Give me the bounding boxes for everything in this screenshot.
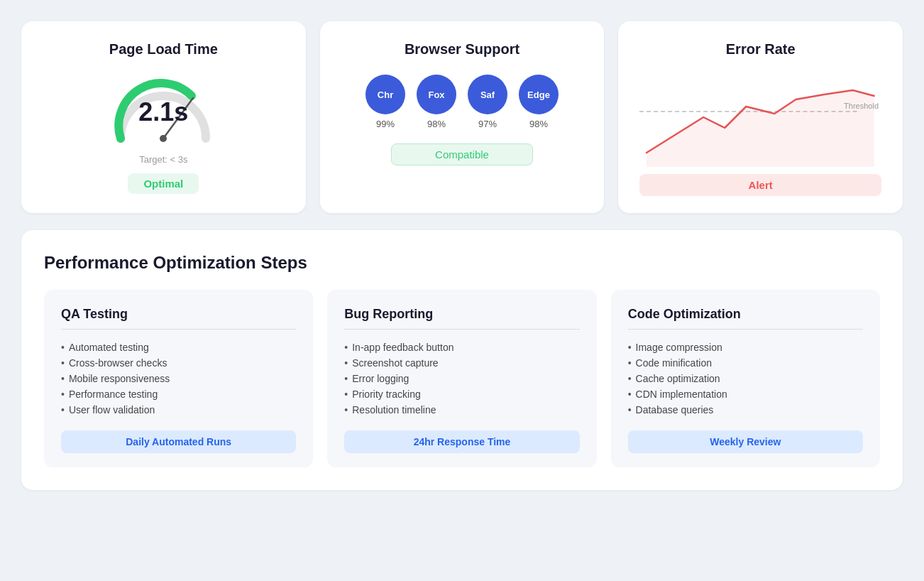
qa-testing-title: QA Testing xyxy=(61,307,296,322)
performance-cards: QA Testing Automated testing Cross-brows… xyxy=(44,290,880,467)
chrome-pct: 99% xyxy=(376,119,395,129)
qa-list: Automated testing Cross-browser checks M… xyxy=(61,340,296,418)
browser-item-safari: Saf 97% xyxy=(468,75,507,129)
firefox-pct: 98% xyxy=(427,119,446,129)
performance-section: Performance Optimization Steps QA Testin… xyxy=(21,230,903,490)
bug-list: In-app feedback button Screenshot captur… xyxy=(344,340,579,418)
alert-badge: Alert xyxy=(639,174,881,196)
code-optimization-title: Code Optimization xyxy=(628,307,863,322)
error-rate-title: Error Rate xyxy=(639,41,881,58)
list-item: Screenshot capture xyxy=(344,355,579,371)
page-load-title: Page Load Time xyxy=(43,41,285,58)
list-item: Image compression xyxy=(628,340,863,355)
browser-support-title: Browser Support xyxy=(341,41,583,58)
error-chart-wrap: Threshold xyxy=(639,75,881,167)
compatible-badge: Compatible xyxy=(391,143,533,165)
top-cards-row: Page Load Time 2.1s Target: < 3s Optimal… xyxy=(21,21,903,213)
qa-testing-card: QA Testing Automated testing Cross-brows… xyxy=(44,290,313,467)
gauge-target: Target: < 3s xyxy=(139,154,187,165)
browser-icons: Chr 99% Fox 98% Saf 97% Edge 98% xyxy=(341,75,583,129)
safari-pct: 97% xyxy=(478,119,497,129)
list-item: Cross-browser checks xyxy=(61,355,296,371)
list-item: Performance testing xyxy=(61,386,296,402)
list-item: Automated testing xyxy=(61,340,296,355)
svg-point-1 xyxy=(160,135,167,142)
threshold-label: Threshold xyxy=(844,102,879,110)
list-item: Error logging xyxy=(344,371,579,386)
code-list: Image compression Code minification Cach… xyxy=(628,340,863,418)
safari-circle: Saf xyxy=(468,75,507,114)
optimal-badge: Optimal xyxy=(128,173,199,194)
chrome-circle: Chr xyxy=(365,75,405,114)
list-item: Priority tracking xyxy=(344,386,579,402)
error-rate-card: Error Rate Threshold Alert xyxy=(618,21,903,213)
gauge-value: 2.1s xyxy=(138,97,188,127)
qa-divider xyxy=(61,329,296,330)
bug-reporting-title: Bug Reporting xyxy=(344,307,579,322)
edge-pct: 98% xyxy=(529,119,548,129)
list-item: CDN implementation xyxy=(628,386,863,402)
list-item: Database queries xyxy=(628,402,863,418)
error-chart-svg xyxy=(639,75,881,167)
browser-item-chrome: Chr 99% xyxy=(365,75,405,129)
list-item: Code minification xyxy=(628,355,863,371)
gauge-container: 2.1s Target: < 3s Optimal xyxy=(43,75,285,194)
firefox-circle: Fox xyxy=(417,75,456,114)
list-item: Mobile responsiveness xyxy=(61,371,296,386)
svg-marker-3 xyxy=(647,90,874,167)
performance-title: Performance Optimization Steps xyxy=(44,253,880,273)
page-load-card: Page Load Time 2.1s Target: < 3s Optimal xyxy=(21,21,306,213)
code-divider xyxy=(628,329,863,330)
qa-badge[interactable]: Daily Automated Runs xyxy=(61,430,296,453)
list-item: Resolution timeline xyxy=(344,402,579,418)
bug-reporting-card: Bug Reporting In-app feedback button Scr… xyxy=(327,290,596,467)
list-item: In-app feedback button xyxy=(344,340,579,355)
browser-item-edge: Edge 98% xyxy=(519,75,559,129)
bug-badge[interactable]: 24hr Response Time xyxy=(344,430,579,453)
browser-item-firefox: Fox 98% xyxy=(417,75,456,129)
code-badge[interactable]: Weekly Review xyxy=(628,430,863,453)
list-item: Cache optimization xyxy=(628,371,863,386)
code-optimization-card: Code Optimization Image compression Code… xyxy=(611,290,880,467)
list-item: User flow validation xyxy=(61,402,296,418)
gauge-wrap: 2.1s xyxy=(106,75,220,146)
bug-divider xyxy=(344,329,579,330)
browser-support-card: Browser Support Chr 99% Fox 98% Saf 97% … xyxy=(320,21,605,213)
edge-circle: Edge xyxy=(519,75,559,114)
